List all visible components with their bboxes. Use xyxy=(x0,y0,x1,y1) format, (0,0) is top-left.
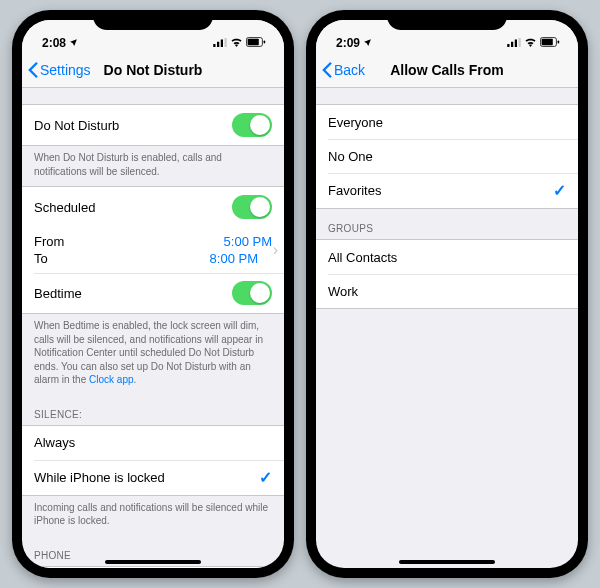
nav-back-label: Settings xyxy=(40,62,91,78)
notch xyxy=(387,10,507,30)
svg-rect-2 xyxy=(221,40,223,48)
svg-rect-1 xyxy=(217,42,219,47)
bedtime-label: Bedtime xyxy=(34,286,82,301)
screen-left: 2:08 Settings Do xyxy=(22,20,284,568)
phone-right: 2:09 Back Allow xyxy=(306,10,588,578)
svg-rect-13 xyxy=(558,40,560,43)
option-label: Work xyxy=(328,284,358,299)
svg-rect-6 xyxy=(264,40,266,43)
checkmark-icon: ✓ xyxy=(553,181,566,200)
svg-rect-10 xyxy=(519,38,521,47)
dnd-toggle[interactable] xyxy=(232,113,272,137)
location-icon xyxy=(69,36,78,50)
home-indicator[interactable] xyxy=(399,560,495,564)
svg-rect-9 xyxy=(515,40,517,48)
clock-app-link[interactable]: Clock app xyxy=(89,374,133,385)
dnd-label: Do Not Disturb xyxy=(34,118,119,133)
nav-title: Allow Calls From xyxy=(390,62,504,78)
option-no-one[interactable]: No One xyxy=(316,139,578,173)
option-label: No One xyxy=(328,149,373,164)
home-indicator[interactable] xyxy=(105,560,201,564)
nav-back-button[interactable]: Back xyxy=(322,62,365,78)
silence-locked-row[interactable]: While iPhone is locked ✓ xyxy=(22,460,284,495)
content-right[interactable]: Everyone No One Favorites ✓ GROUPS All C… xyxy=(316,88,578,568)
wifi-icon xyxy=(524,36,537,50)
option-label: All Contacts xyxy=(328,250,397,265)
to-value: 8:00 PM xyxy=(210,251,258,266)
scheduled-toggle[interactable] xyxy=(232,195,272,219)
battery-icon xyxy=(540,36,560,50)
status-time: 2:09 xyxy=(336,36,360,50)
notch xyxy=(93,10,213,30)
groups-header: GROUPS xyxy=(316,209,578,239)
option-work[interactable]: Work xyxy=(316,274,578,308)
option-label: Everyone xyxy=(328,115,383,130)
silence-footer: Incoming calls and notifications will be… xyxy=(22,496,284,536)
wifi-icon xyxy=(230,36,243,50)
nav-back-button[interactable]: Settings xyxy=(28,62,91,78)
bedtime-footer: When Bedtime is enabled, the lock screen… xyxy=(22,314,284,395)
cellular-icon xyxy=(507,36,521,50)
silence-always-row[interactable]: Always xyxy=(22,426,284,460)
scheduled-row[interactable]: Scheduled xyxy=(22,187,284,227)
nav-bar: Back Allow Calls From xyxy=(316,52,578,88)
option-everyone[interactable]: Everyone xyxy=(316,105,578,139)
schedule-time-row[interactable]: From 5:00 PM › To 8:00 PM xyxy=(22,227,284,273)
chevron-right-icon: › xyxy=(273,241,278,259)
dnd-footer: When Do Not Disturb is enabled, calls an… xyxy=(22,146,284,186)
from-value: 5:00 PM xyxy=(224,234,272,249)
silence-always-label: Always xyxy=(34,435,75,450)
option-label: Favorites xyxy=(328,183,381,198)
bedtime-toggle[interactable] xyxy=(232,281,272,305)
silence-locked-label: While iPhone is locked xyxy=(34,470,165,485)
svg-rect-8 xyxy=(511,42,513,47)
cellular-icon xyxy=(213,36,227,50)
svg-rect-0 xyxy=(213,44,215,47)
dnd-row[interactable]: Do Not Disturb xyxy=(22,105,284,145)
to-label: To xyxy=(34,251,48,266)
checkmark-icon: ✓ xyxy=(259,468,272,487)
location-icon xyxy=(363,36,372,50)
silence-header: SILENCE: xyxy=(22,395,284,425)
allow-calls-row[interactable]: Allow Calls From Favorites › xyxy=(22,567,284,569)
battery-icon xyxy=(246,36,266,50)
bedtime-row[interactable]: Bedtime xyxy=(22,273,284,313)
phone-left: 2:08 Settings Do xyxy=(12,10,294,578)
from-label: From xyxy=(34,234,64,249)
svg-rect-5 xyxy=(248,39,259,45)
svg-rect-12 xyxy=(542,39,553,45)
nav-back-label: Back xyxy=(334,62,365,78)
screen-right: 2:09 Back Allow xyxy=(316,20,578,568)
status-time: 2:08 xyxy=(42,36,66,50)
option-all-contacts[interactable]: All Contacts xyxy=(316,240,578,274)
nav-title: Do Not Disturb xyxy=(104,62,203,78)
nav-bar: Settings Do Not Disturb xyxy=(22,52,284,88)
svg-rect-7 xyxy=(507,44,509,47)
svg-rect-3 xyxy=(225,38,227,47)
content-left[interactable]: Do Not Disturb When Do Not Disturb is en… xyxy=(22,88,284,568)
option-favorites[interactable]: Favorites ✓ xyxy=(316,173,578,208)
scheduled-label: Scheduled xyxy=(34,200,95,215)
